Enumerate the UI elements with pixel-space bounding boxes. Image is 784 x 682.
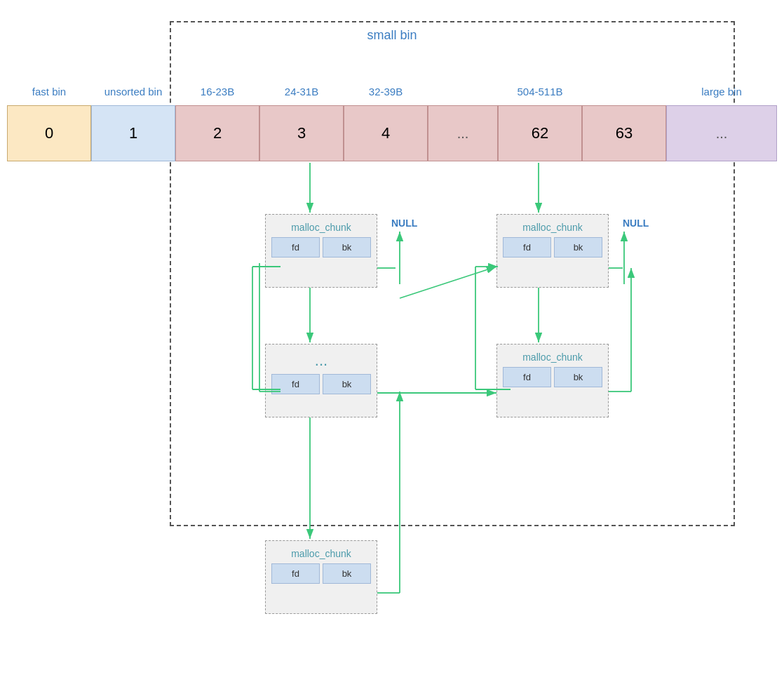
chunk5-bk: bk	[554, 367, 602, 387]
bin-4: 4	[344, 105, 428, 161]
bin-2: 2	[175, 105, 259, 161]
range1-label: 16-23B	[175, 86, 259, 98]
large-bin-label: large bin	[666, 86, 777, 98]
null-label-2: NULL	[623, 218, 649, 229]
chunk4-fd: fd	[503, 237, 551, 258]
chunk2-fd: fd	[271, 374, 320, 394]
chunk-box-5: malloc_chunk fd bk	[496, 344, 609, 417]
chunk5-label: malloc_chunk	[497, 345, 608, 367]
null-label-1: NULL	[391, 218, 417, 229]
range2-label: 24-31B	[259, 86, 344, 98]
chunk3-bk: bk	[323, 563, 371, 584]
chunk-box-2: ... fd bk	[265, 344, 377, 417]
unsorted-bin-label: unsorted bin	[91, 86, 175, 98]
chunk4-bk: bk	[554, 237, 602, 258]
bin-large-dots: ...	[666, 105, 777, 161]
fast-bin-label: fast bin	[7, 86, 91, 98]
bin-63: 63	[582, 105, 666, 161]
chunk2-label: ...	[266, 345, 377, 374]
chunk3-fd: fd	[271, 563, 320, 584]
range3-label: 32-39B	[344, 86, 428, 98]
range4-label: 504-511B	[498, 86, 582, 98]
chunk5-fd: fd	[503, 367, 551, 387]
chunk-box-4: malloc_chunk fd bk	[496, 214, 609, 288]
small-bin-label: small bin	[367, 28, 417, 43]
bin-0: 0	[7, 105, 91, 161]
bins-row: 0 1 2 3 4 ... 62 63 ...	[7, 105, 777, 161]
bin-labels-row: fast bin unsorted bin 16-23B 24-31B 32-3…	[7, 77, 777, 105]
chunk-box-1: malloc_chunk fd bk	[265, 214, 377, 288]
chunk2-bk: bk	[323, 374, 371, 394]
chunk3-label: malloc_chunk	[266, 541, 377, 563]
bin-1: 1	[91, 105, 175, 161]
chunk1-fd: fd	[271, 237, 320, 258]
bin-3: 3	[259, 105, 344, 161]
chunk4-label: malloc_chunk	[497, 215, 608, 237]
chunk1-label: malloc_chunk	[266, 215, 377, 237]
bin-62: 62	[498, 105, 582, 161]
bin-dots1: ...	[428, 105, 498, 161]
chunk1-bk: bk	[323, 237, 371, 258]
chunk-box-3: malloc_chunk fd bk	[265, 540, 377, 614]
